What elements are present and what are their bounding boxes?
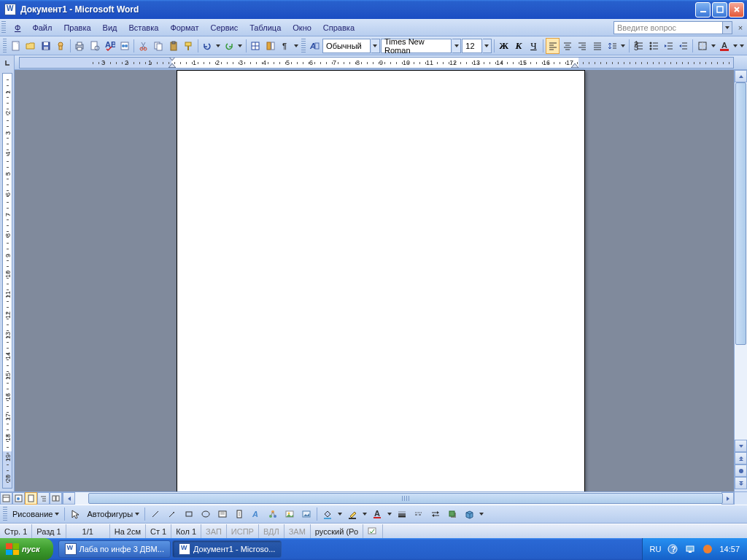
- font-color-draw-button[interactable]: A: [369, 506, 385, 522]
- style-combo[interactable]: Обычный: [322, 39, 371, 53]
- normal-view-button[interactable]: [0, 492, 12, 505]
- menu-file[interactable]: Ф: [9, 21, 26, 34]
- 3d-style-button[interactable]: [461, 506, 477, 522]
- vscroll-track[interactable]: [735, 82, 747, 440]
- line-tool-button[interactable]: [147, 506, 163, 522]
- hscroll-track[interactable]: [75, 492, 721, 505]
- scroll-left-button[interactable]: [63, 492, 75, 505]
- menu-view[interactable]: Вид: [97, 21, 123, 34]
- start-button[interactable]: пуск: [0, 538, 53, 560]
- menubar-grip[interactable]: [1, 21, 6, 34]
- menu-help[interactable]: Справка: [317, 21, 360, 34]
- borders-button[interactable]: [695, 38, 709, 54]
- browse-object-button[interactable]: [735, 464, 747, 477]
- align-left-button[interactable]: [546, 38, 560, 54]
- align-justify-button[interactable]: [590, 38, 604, 54]
- rectangle-tool-button[interactable]: [181, 506, 197, 522]
- fill-color-dropdown[interactable]: [336, 513, 344, 516]
- vscroll-thumb[interactable]: [735, 82, 746, 345]
- research-button[interactable]: [117, 38, 131, 54]
- ruler-corner-tab-selector[interactable]: [0, 55, 15, 70]
- dash-style-button[interactable]: [411, 506, 427, 522]
- format-toolbar-overflow[interactable]: [739, 44, 746, 47]
- taskbar-item-2[interactable]: Документ1 - Microso...: [172, 540, 282, 558]
- doc-close-button[interactable]: ×: [735, 21, 746, 34]
- status-trk[interactable]: ИСПР: [227, 524, 259, 538]
- toolbar-grip[interactable]: [3, 39, 7, 53]
- open-button[interactable]: [24, 38, 38, 54]
- reading-view-button[interactable]: [50, 492, 62, 505]
- horizontal-ruler[interactable]: 3211234567891011121314151617: [19, 57, 734, 69]
- font-color-button[interactable]: A: [717, 38, 731, 54]
- style-combo-dropdown[interactable]: [371, 39, 380, 53]
- align-center-button[interactable]: [560, 38, 574, 54]
- font-combo[interactable]: Times New Roman: [381, 39, 452, 53]
- arrow-tool-button[interactable]: [164, 506, 180, 522]
- new-doc-button[interactable]: [9, 38, 23, 54]
- font-color-dropdown[interactable]: [732, 44, 738, 47]
- status-rec[interactable]: ЗАП: [201, 524, 227, 538]
- status-spellcheck-icon[interactable]: [363, 524, 383, 538]
- vertical-textbox-button[interactable]: [231, 506, 247, 522]
- line-spacing-dropdown[interactable]: [620, 44, 627, 47]
- increase-indent-button[interactable]: [676, 38, 690, 54]
- tray-help-icon[interactable]: ?: [667, 543, 678, 555]
- select-objects-button[interactable]: [67, 506, 83, 522]
- fill-color-button[interactable]: [320, 506, 336, 522]
- paste-button[interactable]: [166, 38, 180, 54]
- help-search-dropdown[interactable]: [722, 21, 732, 34]
- vertical-ruler[interactable]: 123456789101112131415161718192021: [2, 73, 12, 489]
- outline-view-button[interactable]: [37, 492, 50, 505]
- autoshapes-menu[interactable]: Автофигуры: [84, 510, 142, 518]
- tables-borders-button[interactable]: [249, 38, 263, 54]
- status-ext[interactable]: ВДЛ: [259, 524, 285, 538]
- document-viewport[interactable]: [15, 70, 734, 491]
- borders-dropdown[interactable]: [710, 44, 716, 47]
- scroll-up-button[interactable]: [735, 70, 747, 82]
- toolbar-overflow[interactable]: [293, 44, 300, 47]
- line-spacing-button[interactable]: [605, 38, 619, 54]
- bold-button[interactable]: Ж: [497, 38, 511, 54]
- minimize-button[interactable]: [695, 2, 711, 18]
- underline-button[interactable]: Ч: [527, 38, 541, 54]
- print-preview-button[interactable]: [88, 38, 101, 54]
- italic-button[interactable]: К: [511, 38, 525, 54]
- spellcheck-button[interactable]: ABC: [102, 38, 116, 54]
- doc-map-button[interactable]: [263, 38, 277, 54]
- menu-file[interactable]: Файл: [26, 21, 58, 34]
- tray-app-icon[interactable]: [702, 543, 713, 555]
- left-indent-marker[interactable]: [169, 63, 176, 69]
- scroll-down-button[interactable]: [735, 440, 747, 452]
- next-page-button[interactable]: [735, 477, 747, 489]
- shadow-style-button[interactable]: [444, 506, 460, 522]
- wordart-button[interactable]: A: [248, 506, 264, 522]
- taskbar-item-1[interactable]: Лаба по инфе 3 ДВМ...: [58, 540, 171, 558]
- diagram-button[interactable]: [265, 506, 281, 522]
- hscroll-thumb[interactable]: [88, 493, 723, 504]
- prev-page-button[interactable]: [735, 452, 747, 464]
- redo-button[interactable]: [222, 38, 236, 54]
- align-right-button[interactable]: [576, 38, 589, 54]
- arrow-style-button[interactable]: [427, 506, 444, 522]
- show-hide-button[interactable]: ¶: [278, 38, 292, 54]
- decrease-indent-button[interactable]: [661, 38, 675, 54]
- document-page[interactable]: [177, 70, 585, 491]
- font-color-draw-dropdown[interactable]: [386, 513, 393, 516]
- clipart-button[interactable]: [282, 506, 298, 522]
- format-painter-button[interactable]: [181, 38, 195, 54]
- numbering-button[interactable]: 123: [632, 38, 646, 54]
- print-button[interactable]: [73, 38, 87, 54]
- status-ovr[interactable]: ЗАМ: [285, 524, 311, 538]
- line-color-dropdown[interactable]: [361, 513, 368, 516]
- copy-button[interactable]: [151, 38, 165, 54]
- undo-dropdown[interactable]: [215, 44, 222, 47]
- menu-insert[interactable]: Вставка: [123, 21, 165, 34]
- menu-edit[interactable]: Правка: [58, 21, 96, 34]
- line-style-button[interactable]: [394, 506, 410, 522]
- print-layout-view-button[interactable]: [25, 492, 37, 505]
- oval-tool-button[interactable]: [198, 506, 214, 522]
- line-color-button[interactable]: [344, 506, 360, 522]
- insert-picture-button[interactable]: [298, 506, 314, 522]
- maximize-button[interactable]: [712, 2, 727, 18]
- size-combo-dropdown[interactable]: [483, 39, 492, 53]
